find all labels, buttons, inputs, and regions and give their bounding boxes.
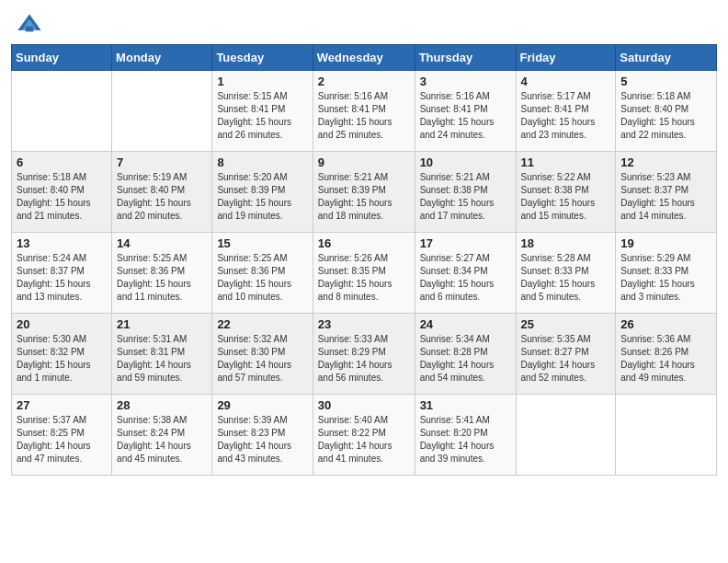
calendar-cell: 2Sunrise: 5:16 AMSunset: 8:41 PMDaylight… — [313, 71, 415, 152]
day-of-week-friday: Friday — [516, 45, 616, 71]
day-info: Sunrise: 5:26 AMSunset: 8:35 PMDaylight:… — [318, 252, 410, 304]
day-info: Sunrise: 5:27 AMSunset: 8:34 PMDaylight:… — [420, 252, 511, 304]
calendar-cell: 20Sunrise: 5:30 AMSunset: 8:32 PMDayligh… — [12, 314, 112, 395]
day-info: Sunrise: 5:30 AMSunset: 8:32 PMDaylight:… — [17, 333, 107, 385]
day-info: Sunrise: 5:41 AMSunset: 8:20 PMDaylight:… — [420, 414, 511, 465]
day-info: Sunrise: 5:39 AMSunset: 8:23 PMDaylight:… — [217, 414, 307, 465]
calendar-week-3: 13Sunrise: 5:24 AMSunset: 8:37 PMDayligh… — [12, 233, 717, 314]
calendar-week-5: 27Sunrise: 5:37 AMSunset: 8:25 PMDayligh… — [12, 395, 717, 476]
calendar-cell: 9Sunrise: 5:21 AMSunset: 8:39 PMDaylight… — [313, 152, 415, 233]
day-info: Sunrise: 5:25 AMSunset: 8:36 PMDaylight:… — [117, 252, 207, 304]
day-number: 25 — [521, 317, 611, 331]
day-number: 29 — [217, 398, 307, 412]
calendar-header: SundayMondayTuesdayWednesdayThursdayFrid… — [12, 45, 717, 71]
day-number: 5 — [620, 75, 711, 88]
day-info: Sunrise: 5:33 AMSunset: 8:29 PMDaylight:… — [318, 333, 410, 385]
day-number: 3 — [420, 75, 511, 88]
day-number: 16 — [318, 236, 410, 250]
day-info: Sunrise: 5:19 AMSunset: 8:40 PMDaylight:… — [117, 171, 207, 223]
calendar-cell: 8Sunrise: 5:20 AMSunset: 8:39 PMDaylight… — [212, 152, 313, 233]
day-of-week-thursday: Thursday — [415, 45, 516, 71]
day-info: Sunrise: 5:18 AMSunset: 8:40 PMDaylight:… — [17, 171, 107, 223]
calendar-cell: 4Sunrise: 5:17 AMSunset: 8:41 PMDaylight… — [516, 71, 616, 152]
day-number: 13 — [17, 236, 107, 250]
calendar-cell: 11Sunrise: 5:22 AMSunset: 8:38 PMDayligh… — [516, 152, 616, 233]
calendar-cell: 12Sunrise: 5:23 AMSunset: 8:37 PMDayligh… — [616, 152, 717, 233]
calendar-cell: 30Sunrise: 5:40 AMSunset: 8:22 PMDayligh… — [313, 395, 415, 476]
day-info: Sunrise: 5:31 AMSunset: 8:31 PMDaylight:… — [117, 333, 207, 385]
day-number: 22 — [217, 317, 307, 331]
day-of-week-wednesday: Wednesday — [313, 45, 415, 71]
day-info: Sunrise: 5:24 AMSunset: 8:37 PMDaylight:… — [17, 252, 107, 304]
day-of-week-monday: Monday — [112, 45, 212, 71]
calendar-cell: 25Sunrise: 5:35 AMSunset: 8:27 PMDayligh… — [516, 314, 616, 395]
calendar-cell: 15Sunrise: 5:25 AMSunset: 8:36 PMDayligh… — [212, 233, 313, 314]
day-info: Sunrise: 5:34 AMSunset: 8:28 PMDaylight:… — [420, 333, 511, 385]
day-number: 20 — [17, 317, 107, 331]
day-info: Sunrise: 5:38 AMSunset: 8:24 PMDaylight:… — [117, 414, 207, 465]
day-info: Sunrise: 5:17 AMSunset: 8:41 PMDaylight:… — [521, 90, 611, 142]
day-number: 17 — [420, 236, 511, 250]
day-info: Sunrise: 5:20 AMSunset: 8:39 PMDaylight:… — [217, 171, 307, 223]
day-number: 14 — [117, 236, 207, 250]
day-info: Sunrise: 5:25 AMSunset: 8:36 PMDaylight:… — [217, 252, 307, 304]
day-number: 10 — [420, 155, 511, 169]
calendar-cell: 18Sunrise: 5:28 AMSunset: 8:33 PMDayligh… — [516, 233, 616, 314]
calendar-cell: 5Sunrise: 5:18 AMSunset: 8:40 PMDaylight… — [616, 71, 717, 152]
day-number: 12 — [620, 155, 711, 169]
calendar: SundayMondayTuesdayWednesdayThursdayFrid… — [11, 44, 717, 476]
calendar-cell: 29Sunrise: 5:39 AMSunset: 8:23 PMDayligh… — [212, 395, 313, 476]
calendar-cell — [516, 395, 616, 476]
day-info: Sunrise: 5:23 AMSunset: 8:37 PMDaylight:… — [620, 171, 711, 223]
calendar-cell: 1Sunrise: 5:15 AMSunset: 8:41 PMDaylight… — [212, 71, 313, 152]
day-info: Sunrise: 5:22 AMSunset: 8:38 PMDaylight:… — [521, 171, 611, 223]
calendar-cell: 26Sunrise: 5:36 AMSunset: 8:26 PMDayligh… — [616, 314, 717, 395]
calendar-cell: 13Sunrise: 5:24 AMSunset: 8:37 PMDayligh… — [12, 233, 112, 314]
day-of-week-sunday: Sunday — [12, 45, 112, 71]
calendar-cell: 21Sunrise: 5:31 AMSunset: 8:31 PMDayligh… — [112, 314, 212, 395]
day-info: Sunrise: 5:36 AMSunset: 8:26 PMDaylight:… — [620, 333, 711, 385]
calendar-week-2: 6Sunrise: 5:18 AMSunset: 8:40 PMDaylight… — [12, 152, 717, 233]
calendar-cell: 7Sunrise: 5:19 AMSunset: 8:40 PMDaylight… — [112, 152, 212, 233]
day-number: 8 — [217, 155, 307, 169]
calendar-cell: 24Sunrise: 5:34 AMSunset: 8:28 PMDayligh… — [415, 314, 516, 395]
day-number: 21 — [117, 317, 207, 331]
calendar-week-1: 1Sunrise: 5:15 AMSunset: 8:41 PMDaylight… — [12, 71, 717, 152]
calendar-body: 1Sunrise: 5:15 AMSunset: 8:41 PMDaylight… — [12, 71, 717, 476]
calendar-cell: 6Sunrise: 5:18 AMSunset: 8:40 PMDaylight… — [12, 152, 112, 233]
calendar-cell: 28Sunrise: 5:38 AMSunset: 8:24 PMDayligh… — [112, 395, 212, 476]
day-info: Sunrise: 5:40 AMSunset: 8:22 PMDaylight:… — [318, 414, 410, 465]
day-number: 7 — [117, 155, 207, 169]
day-info: Sunrise: 5:16 AMSunset: 8:41 PMDaylight:… — [318, 90, 410, 142]
day-number: 26 — [620, 317, 711, 331]
day-number: 31 — [420, 398, 511, 412]
day-number: 19 — [620, 236, 711, 250]
day-info: Sunrise: 5:32 AMSunset: 8:30 PMDaylight:… — [217, 333, 307, 385]
day-info: Sunrise: 5:21 AMSunset: 8:39 PMDaylight:… — [318, 171, 410, 223]
day-of-week-saturday: Saturday — [616, 45, 717, 71]
calendar-cell — [112, 71, 212, 152]
calendar-cell: 19Sunrise: 5:29 AMSunset: 8:33 PMDayligh… — [616, 233, 717, 314]
day-number: 1 — [217, 75, 307, 88]
day-number: 18 — [521, 236, 611, 250]
day-info: Sunrise: 5:35 AMSunset: 8:27 PMDaylight:… — [521, 333, 611, 385]
day-number: 27 — [17, 398, 107, 412]
calendar-cell: 23Sunrise: 5:33 AMSunset: 8:29 PMDayligh… — [313, 314, 415, 395]
calendar-cell: 27Sunrise: 5:37 AMSunset: 8:25 PMDayligh… — [12, 395, 112, 476]
header — [0, 0, 728, 44]
day-number: 2 — [318, 75, 410, 88]
day-of-week-tuesday: Tuesday — [212, 45, 313, 71]
calendar-cell: 10Sunrise: 5:21 AMSunset: 8:38 PMDayligh… — [415, 152, 516, 233]
day-number: 4 — [521, 75, 611, 88]
day-info: Sunrise: 5:15 AMSunset: 8:41 PMDaylight:… — [217, 90, 307, 142]
calendar-cell — [12, 71, 112, 152]
day-info: Sunrise: 5:21 AMSunset: 8:38 PMDaylight:… — [420, 171, 511, 223]
calendar-week-4: 20Sunrise: 5:30 AMSunset: 8:32 PMDayligh… — [12, 314, 717, 395]
day-info: Sunrise: 5:16 AMSunset: 8:41 PMDaylight:… — [420, 90, 511, 142]
calendar-cell: 17Sunrise: 5:27 AMSunset: 8:34 PMDayligh… — [415, 233, 516, 314]
day-number: 9 — [318, 155, 410, 169]
day-number: 6 — [17, 155, 107, 169]
calendar-header-row: SundayMondayTuesdayWednesdayThursdayFrid… — [12, 45, 717, 71]
calendar-cell — [616, 395, 717, 476]
day-number: 24 — [420, 317, 511, 331]
